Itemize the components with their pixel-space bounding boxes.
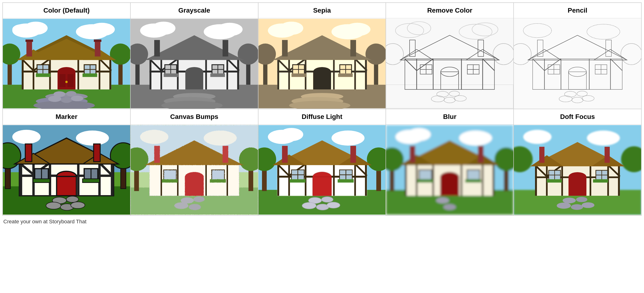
svg-rect-251 — [210, 179, 226, 183]
svg-rect-100 — [277, 59, 279, 89]
svg-rect-223 — [82, 179, 100, 183]
svg-point-258 — [280, 128, 303, 141]
label-diffuse-light: Diffuse Light — [258, 109, 386, 125]
svg-rect-280 — [350, 146, 356, 163]
cell-doft-focus: Doft Focus — [514, 109, 642, 215]
image-doft-focus — [514, 125, 641, 215]
cell-canvas-bumps: Canvas Bumps — [130, 109, 258, 215]
svg-point-93 — [344, 23, 370, 36]
svg-point-226 — [46, 202, 61, 209]
svg-rect-42 — [36, 73, 50, 77]
svg-rect-215 — [94, 144, 100, 162]
svg-point-360 — [571, 204, 583, 210]
svg-rect-111 — [282, 40, 288, 56]
svg-rect-84 — [164, 73, 178, 77]
svg-rect-101 — [365, 59, 367, 89]
svg-rect-63 — [150, 59, 151, 89]
svg-rect-321 — [417, 179, 433, 183]
cell-diffuse-light: Diffuse Light — [258, 109, 386, 215]
svg-rect-345 — [539, 147, 544, 163]
svg-rect-346 — [604, 147, 610, 163]
svg-rect-319 — [419, 170, 432, 180]
svg-rect-217 — [57, 176, 76, 196]
svg-point-193 — [12, 130, 41, 144]
svg-point-98 — [365, 43, 386, 65]
svg-rect-249 — [212, 170, 224, 180]
svg-point-295 — [327, 202, 340, 208]
svg-rect-85 — [210, 73, 225, 77]
svg-rect-75 — [222, 40, 228, 56]
footer-text: Create your own at Storyboard That — [3, 219, 86, 225]
svg-rect-290 — [338, 179, 354, 183]
svg-rect-248 — [164, 170, 176, 180]
svg-point-324 — [443, 204, 456, 210]
svg-point-49 — [48, 96, 61, 102]
image-grayscale — [131, 18, 258, 109]
svg-rect-267 — [365, 164, 367, 196]
filter-grid: Color (Default) — [2, 2, 642, 216]
svg-point-50 — [61, 97, 72, 103]
svg-point-254 — [174, 202, 188, 209]
svg-point-253 — [193, 196, 205, 202]
cell-color-default: Color (Default) — [2, 2, 130, 109]
svg-point-231 — [140, 130, 168, 144]
label-sepia: Sepia — [258, 3, 386, 18]
label-blur: Blur — [386, 109, 513, 125]
svg-rect-316 — [478, 146, 484, 163]
label-marker: Marker — [3, 109, 130, 125]
image-pencil — [514, 18, 641, 109]
svg-point-35 — [65, 81, 68, 83]
svg-point-292 — [321, 197, 333, 202]
svg-rect-355 — [547, 179, 562, 183]
svg-point-358 — [576, 197, 588, 202]
svg-rect-333 — [618, 165, 620, 196]
main-grid: Color (Default) — [2, 2, 642, 216]
image-canvas-bumps — [131, 125, 258, 215]
svg-point-326 — [523, 130, 552, 144]
svg-point-361 — [582, 202, 594, 208]
svg-rect-33 — [60, 74, 66, 87]
svg-rect-74 — [154, 40, 160, 56]
svg-rect-348 — [568, 177, 586, 196]
cell-pencil: Pencil — [514, 2, 642, 109]
svg-point-225 — [66, 196, 78, 202]
svg-point-259 — [332, 131, 364, 146]
svg-point-255 — [188, 204, 201, 210]
svg-rect-320 — [467, 170, 480, 180]
svg-rect-27 — [26, 40, 32, 56]
svg-rect-77 — [186, 72, 203, 89]
svg-rect-122 — [338, 73, 352, 77]
svg-rect-332 — [535, 165, 537, 196]
svg-point-48 — [66, 91, 76, 96]
label-grayscale: Grayscale — [131, 3, 258, 18]
svg-point-194 — [76, 131, 109, 146]
cell-marker: Marker — [2, 109, 130, 215]
svg-point-293 — [302, 202, 316, 209]
svg-point-91 — [280, 22, 303, 35]
svg-rect-29 — [95, 40, 100, 56]
label-color-default: Color (Default) — [3, 3, 130, 18]
image-blur — [386, 125, 513, 215]
svg-rect-14 — [110, 59, 112, 89]
label-doft-focus: Doft Focus — [514, 109, 641, 125]
svg-rect-30 — [94, 39, 102, 42]
svg-point-327 — [587, 131, 620, 146]
label-pencil: Pencil — [514, 3, 641, 18]
cell-sepia: Sepia — [258, 2, 386, 109]
svg-rect-244 — [154, 146, 160, 163]
svg-rect-245 — [222, 146, 228, 163]
label-remove-color: Remove Color — [386, 3, 513, 18]
cell-remove-color: Remove Color — [386, 2, 514, 109]
svg-rect-315 — [410, 146, 415, 163]
svg-point-298 — [408, 128, 431, 141]
svg-rect-322 — [465, 179, 481, 183]
svg-point-323 — [436, 197, 449, 204]
svg-rect-202 — [111, 163, 114, 196]
svg-rect-250 — [162, 179, 178, 183]
svg-rect-28 — [26, 39, 33, 42]
image-diffuse-light — [258, 125, 386, 215]
svg-rect-114 — [313, 72, 331, 89]
cell-blur: Blur — [386, 109, 514, 215]
svg-point-359 — [557, 203, 571, 209]
svg-rect-307 — [493, 164, 494, 196]
